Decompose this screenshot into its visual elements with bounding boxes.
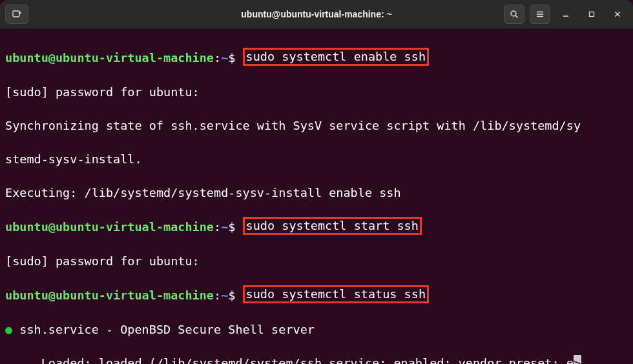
status-dot-icon: ● — [5, 323, 12, 336]
prompt-path: ~ — [221, 51, 228, 65]
scroll-indicator: > — [574, 355, 581, 364]
hamburger-icon — [535, 10, 545, 19]
close-icon — [614, 10, 621, 18]
prompt-line-2: ubuntu@ubuntu-virtual-machine:~$ sudo sy… — [5, 218, 628, 236]
minimize-button[interactable] — [555, 5, 576, 24]
output-line: stemd-sysv-install. — [5, 151, 628, 168]
close-button[interactable] — [607, 5, 628, 24]
output-line: Loaded: loaded (/lib/systemd/system/ssh.… — [5, 355, 628, 364]
minimize-icon — [562, 10, 570, 18]
new-tab-button[interactable] — [5, 5, 28, 24]
highlighted-command-1: sudo systemctl enable ssh — [243, 48, 429, 66]
search-button[interactable] — [504, 5, 524, 24]
highlighted-command-3: sudo systemctl status ssh — [243, 285, 429, 303]
output-line: [sudo] password for ubuntu: — [5, 84, 628, 101]
menu-button[interactable] — [530, 5, 550, 24]
output-line: Synchronizing state of ssh.service with … — [5, 117, 628, 134]
prompt-user: ubuntu — [5, 51, 48, 65]
output-line: [sudo] password for ubuntu: — [5, 253, 628, 270]
maximize-icon — [588, 10, 596, 18]
prompt-line-1: ubuntu@ubuntu-virtual-machine:~$ sudo sy… — [5, 49, 628, 67]
new-tab-icon — [12, 9, 22, 19]
svg-rect-0 — [13, 11, 19, 17]
service-status-header: ● ssh.service - OpenBSD Secure Shell ser… — [5, 321, 628, 338]
svg-line-4 — [515, 15, 518, 18]
terminal-content[interactable]: ubuntu@ubuntu-virtual-machine:~$ sudo sy… — [0, 28, 633, 364]
search-icon — [510, 10, 519, 19]
maximize-button[interactable] — [581, 5, 602, 24]
highlighted-command-2: sudo systemctl start ssh — [243, 217, 422, 235]
prompt-line-3: ubuntu@ubuntu-virtual-machine:~$ sudo sy… — [5, 287, 628, 305]
svg-rect-9 — [590, 12, 594, 17]
prompt-host: ubuntu-virtual-machine — [56, 51, 214, 65]
output-line: Executing: /lib/systemd/systemd-sysv-ins… — [5, 185, 628, 201]
prompt-colon: : — [214, 51, 221, 65]
prompt-at: @ — [48, 51, 56, 65]
prompt-dollar: $ — [228, 51, 242, 65]
svg-point-3 — [511, 11, 516, 16]
window-title: ubuntu@ubuntu-virtual-machine: ~ — [241, 6, 391, 23]
window-titlebar: ubuntu@ubuntu-virtual-machine: ~ — [0, 0, 633, 28]
